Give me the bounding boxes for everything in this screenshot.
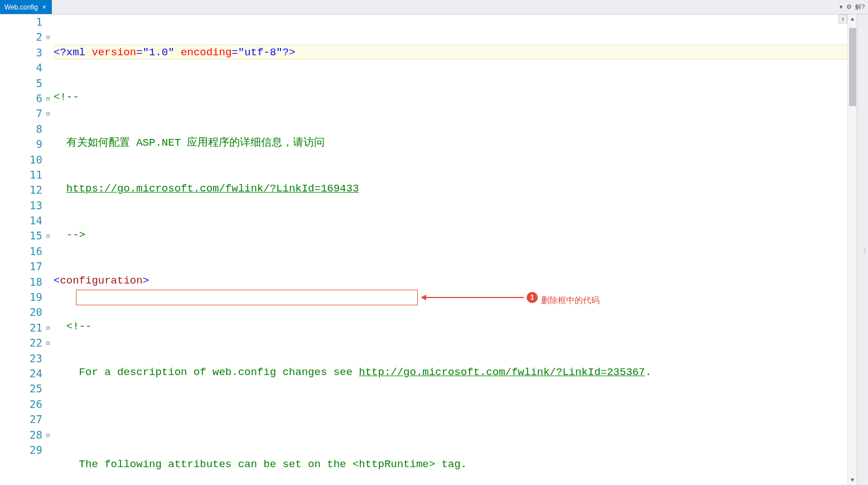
line-number-gutter: 1 2 3 4 5 6 7 8 9 10 11 12 13 14 15 16 1…	[0, 15, 46, 485]
close-icon[interactable]: ×	[41, 4, 47, 11]
fold-marker[interactable]	[46, 15, 54, 30]
annotation-badge: 1	[527, 292, 538, 303]
fold-marker[interactable]	[46, 60, 54, 75]
fold-marker[interactable]	[46, 259, 54, 274]
ln: 29	[0, 443, 46, 458]
fold-marker[interactable]	[46, 152, 54, 167]
fold-marker[interactable]	[46, 443, 54, 458]
ln: 22	[0, 335, 46, 350]
ln: 20	[0, 305, 46, 320]
ln: 10	[0, 152, 46, 167]
fold-column: ⊟ ⊟ ⊟ ⊟ ⊟ ⊟	[46, 15, 54, 485]
ln: 25	[0, 381, 46, 396]
ln: 12	[0, 183, 46, 198]
ln: 1	[0, 15, 46, 30]
side-panel: ⋮ 搜 ⎆ Git 属 X	[857, 15, 868, 485]
ln: 2	[0, 30, 46, 45]
scroll-down-icon[interactable]: ▼	[848, 476, 857, 485]
fold-marker[interactable]	[46, 412, 54, 427]
sidepanel-tab[interactable]: ⋮	[862, 247, 868, 256]
fold-marker[interactable]	[46, 305, 54, 320]
vertical-scrollbar[interactable]: ▲ ▼	[847, 15, 857, 485]
code-area[interactable]: <?xml version="1.0" encoding="utf-8"?> <…	[54, 15, 847, 485]
ln: 21	[0, 320, 46, 335]
fold-marker[interactable]	[46, 351, 54, 366]
fold-marker[interactable]	[46, 122, 54, 137]
fold-marker[interactable]	[46, 275, 54, 290]
ln: 7	[0, 106, 46, 121]
fold-marker[interactable]	[46, 167, 54, 183]
ln: 15	[0, 228, 46, 243]
scrollbar-thumb[interactable]	[849, 28, 856, 106]
ln: 3	[0, 45, 46, 60]
annotation-arrow-line	[426, 297, 524, 298]
fold-marker[interactable]	[46, 76, 54, 91]
ln: 8	[0, 122, 46, 137]
annotation-highlight-box	[76, 290, 418, 305]
dropdown-icon[interactable]: ▾	[840, 3, 843, 11]
fold-marker[interactable]	[46, 381, 54, 396]
ln: 23	[0, 351, 46, 366]
ln: 9	[0, 137, 46, 152]
gear-icon[interactable]: ⚙	[846, 3, 852, 11]
ln: 19	[0, 290, 46, 305]
tab-webconfig[interactable]: Web.config ×	[0, 0, 52, 14]
tab-bar: Web.config × ▾ ⚙ 解?	[0, 0, 868, 15]
ln: 13	[0, 198, 46, 213]
code-line[interactable]: <!--	[54, 319, 847, 334]
fold-marker[interactable]: ⊟	[46, 320, 54, 335]
fold-marker[interactable]: ⊟	[46, 428, 54, 443]
ln: 27	[0, 412, 46, 427]
code-line[interactable]: -->	[54, 228, 847, 243]
code-line[interactable]: For a description of web.config changes …	[54, 365, 847, 380]
scroll-up-icon[interactable]: ▲	[848, 15, 857, 24]
ln: 6	[0, 91, 46, 106]
annotation-text: 删除框中的代码	[541, 292, 600, 308]
ln: 5	[0, 76, 46, 91]
fold-marker[interactable]	[46, 137, 54, 152]
annotation-arrow-icon	[421, 295, 426, 300]
code-line[interactable]: https://go.microsoft.com/fwlink/?LinkId=…	[54, 181, 847, 196]
tab-label: Web.config	[4, 3, 38, 11]
fold-marker[interactable]	[46, 290, 54, 305]
fold-marker[interactable]: ⊟	[46, 106, 54, 121]
help-label[interactable]: 解?	[855, 3, 865, 11]
fold-marker[interactable]	[46, 213, 54, 228]
code-line[interactable]: <configuration>	[54, 273, 847, 289]
code-line[interactable]	[54, 411, 847, 426]
ln: 28	[0, 428, 46, 443]
fold-marker[interactable]	[46, 244, 54, 259]
ln: 14	[0, 213, 46, 228]
fold-marker[interactable]	[46, 198, 54, 213]
ln: 16	[0, 244, 46, 259]
code-line[interactable]: <?xml version="1.0" encoding="utf-8"?>	[54, 45, 847, 60]
fold-marker[interactable]: ⊟	[46, 228, 54, 243]
ln: 4	[0, 60, 46, 75]
ln: 26	[0, 397, 46, 412]
fold-marker[interactable]: ⊟	[46, 335, 54, 350]
fold-marker[interactable]: ⊟	[46, 91, 54, 106]
code-line[interactable]: <!--	[54, 90, 847, 105]
ln: 18	[0, 275, 46, 290]
fold-marker[interactable]	[46, 45, 54, 60]
fold-marker[interactable]	[46, 397, 54, 412]
fold-marker[interactable]	[46, 366, 54, 381]
code-editor[interactable]: 1 2 3 4 5 6 7 8 9 10 11 12 13 14 15 16 1…	[0, 15, 857, 485]
code-line[interactable]: The following attributes can be set on t…	[54, 457, 847, 472]
code-line[interactable]: 有关如何配置 ASP.NET 应用程序的详细信息，请访问	[54, 136, 847, 151]
split-handle-icon[interactable]: ⇕	[838, 15, 847, 23]
ln: 17	[0, 259, 46, 274]
ln: 24	[0, 366, 46, 381]
fold-marker[interactable]	[46, 183, 54, 198]
ln: 11	[0, 167, 46, 183]
fold-marker[interactable]: ⊟	[46, 30, 54, 45]
